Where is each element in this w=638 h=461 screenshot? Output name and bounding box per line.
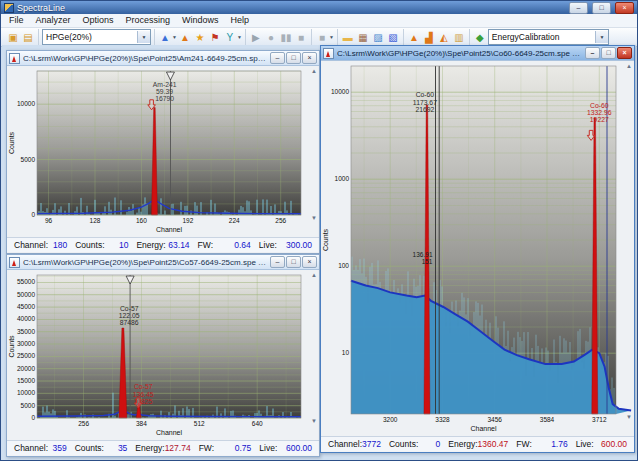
window-close-button[interactable]: ×: [302, 256, 317, 268]
stop-all-icon-dropdown-arrow[interactable]: ▼: [329, 34, 334, 40]
svg-text:Co-57: Co-57: [134, 383, 153, 390]
status-value: 1.76: [551, 439, 568, 449]
status-field: Live:300.00: [255, 240, 316, 250]
y-axis-label: Counts: [8, 335, 15, 358]
peak-fit-icon[interactable]: ▲: [407, 30, 421, 45]
status-field: Channel:359: [10, 443, 71, 453]
window-titlebar[interactable]: C:\Lsrm\Work\GP\HPGe(20%)\Spe\Point25\Am…: [7, 51, 319, 66]
detector-combo-dropdown-arrow[interactable]: ▼: [137, 31, 150, 43]
peak-search-icon[interactable]: ▲: [178, 30, 192, 45]
menu-item-analyzer[interactable]: Analyzer: [30, 14, 77, 27]
menu-item-options[interactable]: Options: [77, 14, 120, 27]
peak-edit-icon[interactable]: ◭: [437, 30, 451, 45]
app-maximize-button[interactable]: □: [592, 2, 611, 14]
x-tick-label: 384: [136, 420, 147, 427]
pause-acquisition-icon[interactable]: ▮▮: [279, 30, 293, 45]
x-axis-label: Channel: [470, 425, 497, 432]
spectrum-canvas[interactable]: 136.91151Co-601173.6721692Co-601332.9619…: [321, 61, 632, 436]
window-close-button[interactable]: ×: [617, 47, 632, 59]
y-tick-label: 1000: [335, 175, 350, 182]
xy-scale-icon-dropdown-arrow[interactable]: ▼: [237, 34, 242, 40]
report-icon[interactable]: ▨: [371, 30, 385, 45]
x-tick-label: 256: [78, 420, 89, 427]
toolbar-group: HPGe(20%)▼: [39, 29, 155, 45]
stop-acquisition-icon[interactable]: ■: [294, 30, 308, 45]
save-spectrum-icon[interactable]: ▦: [356, 30, 370, 45]
app-close-button[interactable]: ×: [615, 2, 634, 14]
svg-text:59.39: 59.39: [156, 88, 173, 95]
window-minimize-button[interactable]: –: [270, 256, 285, 268]
status-label: Channel:: [14, 240, 48, 250]
window-cascade-icon[interactable]: ▣: [6, 30, 20, 45]
stop-all-icon[interactable]: ■: [315, 30, 329, 45]
efficiency-calibration-icon[interactable]: ▲: [158, 30, 172, 45]
detector-combo[interactable]: HPGe(20%)▼: [42, 29, 151, 45]
svg-text:Co-57: Co-57: [120, 305, 139, 312]
record-acquisition-icon[interactable]: ●: [264, 30, 278, 45]
efficiency-calibration-icon-dropdown-arrow[interactable]: ▼: [172, 34, 177, 40]
menu-item-windows[interactable]: Windows: [176, 14, 225, 27]
window-maximize-button[interactable]: □: [601, 47, 616, 59]
window-maximize-button[interactable]: □: [286, 52, 301, 64]
status-field: FW:0.75: [195, 443, 256, 453]
status-label: FW:: [199, 443, 214, 453]
svg-text:Co-60: Co-60: [590, 102, 609, 109]
menu-item-file[interactable]: File: [3, 14, 30, 27]
spectrum-window-icon[interactable]: ▥: [452, 30, 466, 45]
window-titlebar[interactable]: C:\Lsrm\Work\GP\HPGe(20%)\Spe\Point25\Co…: [321, 46, 634, 61]
energy-calibration-icon[interactable]: ◆: [473, 30, 487, 45]
status-label: Channel:: [328, 439, 362, 449]
status-field: Counts:10: [71, 240, 132, 250]
peak-area-icon[interactable]: ▟: [422, 30, 436, 45]
x-axis-label: Channel: [156, 226, 183, 233]
spectrum-window-co60: C:\Lsrm\Work\GP\HPGe(20%)\Spe\Point25\Co…: [320, 45, 635, 453]
window-titlebar[interactable]: C:\Lsrm\Work\GP\HPGe(20%)\Spe\Point25\Co…: [7, 255, 319, 270]
x-tick-label: 128: [90, 217, 101, 224]
app-titlebar[interactable]: SpectraLine – □ ×: [1, 1, 637, 14]
spectrum-plot-co60[interactable]: 136.91151Co-601173.6721692Co-601332.9619…: [321, 61, 634, 436]
status-field: FW:0.64: [194, 240, 255, 250]
scroll-up-arrow[interactable]: ▲: [311, 68, 317, 74]
window-maximize-button[interactable]: □: [286, 256, 301, 268]
y-tick-label: 25000: [17, 352, 35, 359]
spectrum-canvas[interactable]: Am-24159.3916790050001000096128160192224…: [7, 66, 317, 237]
window-minimize-button[interactable]: –: [585, 47, 600, 59]
status-field: Energy:63.14: [132, 240, 193, 250]
xy-scale-icon[interactable]: Y: [223, 30, 237, 45]
toolbar-group: ■▼: [312, 29, 338, 45]
status-label: Energy:: [135, 443, 164, 453]
spectrum-plot-co57[interactable]: Co-57122.0587486Co-57136.451082505000100…: [7, 270, 319, 440]
calibration-combo-dropdown-arrow[interactable]: ▼: [595, 31, 608, 43]
scroll-down-arrow[interactable]: ▼: [311, 418, 317, 424]
y-tick-label: 0: [31, 414, 35, 421]
nuclide-flag-icon[interactable]: ⚑: [208, 30, 222, 45]
spectrum-canvas[interactable]: Co-57122.0587486Co-57136.451082505000100…: [7, 270, 317, 440]
window-close-button[interactable]: ×: [302, 52, 317, 64]
app-minimize-button[interactable]: –: [569, 2, 588, 14]
y-tick-label: 30000: [17, 340, 35, 347]
scroll-up-arrow[interactable]: ▲: [626, 63, 632, 69]
spectra-table-icon[interactable]: ▤: [21, 30, 35, 45]
x-tick-label: 3456: [487, 416, 502, 423]
status-value: 600.00: [601, 439, 627, 449]
status-field: Live:600.00: [255, 443, 316, 453]
start-acquisition-icon[interactable]: ▶: [249, 30, 263, 45]
window-minimize-button[interactable]: –: [270, 52, 285, 64]
toolbar-group: ◆EnergyCalibration▼: [470, 29, 612, 45]
window-title: C:\Lsrm\Work\GP\HPGe(20%)\Spe\Point25\Co…: [337, 49, 582, 58]
notebook-icon[interactable]: ▧: [386, 30, 400, 45]
calibration-combo[interactable]: EnergyCalibration▼: [488, 29, 609, 45]
peak-star-icon[interactable]: ★: [193, 30, 207, 45]
menu-item-processing[interactable]: Processing: [120, 14, 177, 27]
open-spectrum-icon[interactable]: ▬: [341, 30, 355, 45]
scroll-down-arrow[interactable]: ▼: [626, 414, 632, 420]
scroll-down-arrow[interactable]: ▼: [311, 215, 317, 221]
status-value: 359: [52, 443, 66, 453]
mdi-client-area: C:\Lsrm\Work\GP\HPGe(20%)\Spe\Point25\Am…: [2, 45, 636, 459]
x-axis-label: Channel: [156, 429, 183, 436]
menu-item-help[interactable]: Help: [225, 14, 256, 27]
status-label: Live:: [259, 443, 277, 453]
spectrum-plot-am241[interactable]: Am-24159.3916790050001000096128160192224…: [7, 66, 319, 237]
scroll-up-arrow[interactable]: ▲: [311, 272, 317, 278]
status-label: FW:: [516, 439, 531, 449]
